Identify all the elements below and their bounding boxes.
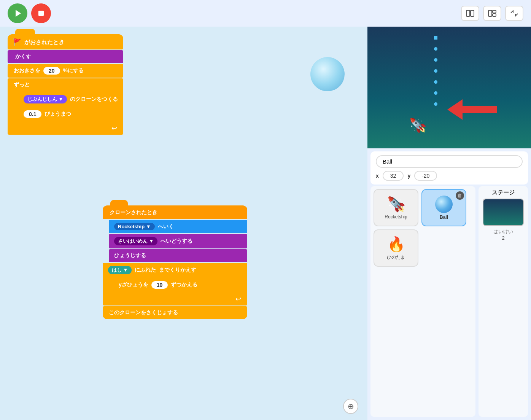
front-suffix: へいどうする	[161, 238, 192, 245]
show-label: ひょうじする	[114, 252, 146, 259]
ball-sprite-label: Ball	[440, 215, 448, 220]
size-label: おおきさを	[14, 67, 40, 74]
layout-button-2[interactable]	[483, 6, 501, 21]
arrow-indicator	[447, 99, 497, 120]
show-block[interactable]: ひょうじする	[109, 249, 247, 262]
y-suffix: ずつかえる	[171, 282, 197, 288]
repeat-until-label: までくりかえす	[159, 267, 196, 274]
block-group-1: 🚩 がおされたとき かくす おおきさを 20 %にする ずっと	[8, 34, 123, 135]
bg-label: はいけい	[493, 228, 513, 235]
delete-clone-label: このクローンをさくじょする	[109, 309, 178, 316]
y-change-label: yざひょうを	[119, 282, 148, 288]
dots-trail	[434, 36, 437, 106]
go-to-block[interactable]: Rocketship ▼ へいく	[109, 220, 247, 233]
when-cloned-label: クローンされたとき	[110, 209, 157, 215]
green-flag-button[interactable]	[8, 3, 27, 23]
sprite-info-panel: x 32 y -20	[370, 151, 528, 185]
rocketship-dropdown[interactable]: Rocketship ▼	[114, 223, 155, 230]
y-value-bubble[interactable]: 10	[151, 281, 168, 289]
x-label: x	[376, 173, 379, 179]
svg-rect-1	[38, 11, 44, 16]
forever-label: ずっと	[14, 81, 30, 88]
svg-marker-0	[16, 10, 21, 17]
svg-rect-3	[471, 10, 474, 16]
hinodama-sprite-icon: 🔥	[387, 236, 405, 253]
block-group-2: クローンされたとき Rocketship ▼ へいく さいはいめん ▼ へいどう…	[103, 205, 247, 319]
size-unit: %にする	[63, 67, 84, 74]
size-block[interactable]: おおきさを 20 %にする	[8, 64, 123, 78]
sprite-list: 🚀 Rocketship 🗑 Ball 🔥 ひのたま	[370, 186, 475, 417]
ball-delete-btn[interactable]: 🗑	[456, 191, 464, 200]
size-value-bubble[interactable]: 20	[43, 67, 60, 75]
svg-marker-7	[447, 99, 497, 120]
y-value[interactable]: -20	[414, 171, 437, 181]
hat-block-flag[interactable]: 🚩 がおされたとき	[8, 34, 123, 49]
edge-dropdown[interactable]: はし ▼	[108, 266, 132, 274]
sprite-name-input[interactable]	[376, 155, 523, 168]
repeat-until-block[interactable]: はし ▼ にふれた までくりかえす yざひょうを 10 ずつかえる ↩	[103, 263, 247, 305]
forever-block[interactable]: ずっと じぶんじしん ▼ のクローンをつくる 0.1 びょうまつ	[8, 78, 123, 135]
right-panel: 🚀 x 32 y -20 🚀 Rocketship	[367, 27, 531, 420]
hat-block-label: がおされたとき	[24, 39, 64, 46]
rocketship-sprite-label: Rocketship	[385, 214, 407, 220]
rocketship-sprite-icon: 🚀	[388, 196, 404, 213]
sprite-card-hinodama[interactable]: 🔥 ひのたま	[374, 229, 418, 267]
top-toolbar	[0, 0, 531, 27]
main-content: 🚩 がおされたとき かくす おおきさを 20 %にする ずっと	[0, 27, 531, 420]
sprite-card-ball[interactable]: 🗑 Ball	[421, 189, 466, 226]
wait-value-bubble[interactable]: 0.1	[24, 110, 41, 118]
delete-clone-block[interactable]: このクローンをさくじょする	[103, 306, 247, 319]
stage-thumbnail[interactable]	[483, 199, 524, 226]
svg-rect-5	[493, 10, 496, 13]
when-cloned-block[interactable]: クローンされたとき	[103, 205, 247, 219]
y-change-block[interactable]: yざひょうを 10 ずつかえる	[113, 278, 247, 292]
stage-section: ステージ はいけい 2	[479, 186, 528, 417]
hide-label: かくす	[15, 53, 31, 60]
hide-block[interactable]: かくす	[8, 50, 123, 63]
zoom-icon: ⊕	[348, 402, 354, 411]
x-value[interactable]: 32	[383, 171, 404, 181]
block-editor: 🚩 がおされたとき かくす おおきさを 20 %にする ずっと	[0, 27, 367, 420]
wait-unit: びょうまつ	[45, 111, 71, 118]
clone-label: のクローンをつくる	[70, 96, 118, 103]
layout-button-1[interactable]	[461, 6, 479, 21]
svg-rect-4	[488, 10, 492, 16]
go-to-label: へいく	[158, 223, 174, 230]
touching-suffix: にふれた	[135, 267, 156, 274]
hinodama-sprite-label: ひのたま	[387, 254, 405, 261]
svg-rect-2	[466, 10, 470, 16]
sprite-card-rocketship[interactable]: 🚀 Rocketship	[374, 189, 418, 226]
clone-block[interactable]: じぶんじしん ▼ のクローンをつくる	[18, 92, 123, 107]
rocket-in-stage: 🚀	[410, 117, 426, 134]
layout-button-3[interactable]	[505, 6, 523, 21]
bg-count: 2	[502, 235, 504, 241]
ball-sprite-icon	[435, 196, 453, 213]
front-dropdown[interactable]: さいはいめん ▼	[114, 237, 157, 245]
clone-dropdown[interactable]: じぶんじしん ▼	[24, 95, 67, 103]
stage-preview: 🚀	[367, 27, 531, 148]
stage-title: ステージ	[492, 189, 515, 196]
stop-button[interactable]	[31, 3, 51, 23]
ball-sprite-canvas	[310, 57, 345, 91]
zoom-button[interactable]: ⊕	[343, 399, 358, 414]
wait-block[interactable]: 0.1 びょうまつ	[18, 107, 123, 121]
svg-rect-6	[493, 14, 496, 16]
front-block[interactable]: さいはいめん ▼ へいどうする	[109, 234, 247, 248]
y-label: y	[407, 173, 410, 179]
